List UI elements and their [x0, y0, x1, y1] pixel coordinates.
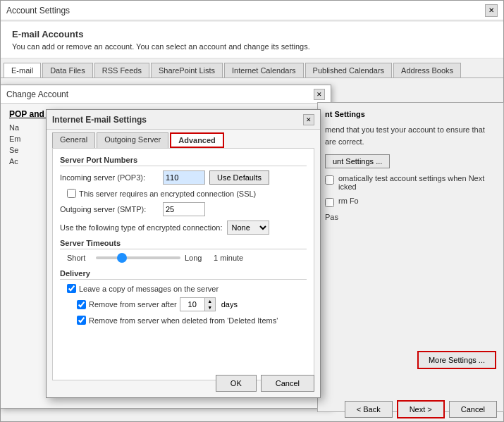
outgoing-server-row: Outgoing server (SMTP):	[60, 202, 307, 216]
rp-text2: are correct.	[325, 137, 364, 146]
email-label: Em	[9, 135, 30, 143]
right-panel: nt Settings mend that you test your acco…	[317, 102, 504, 412]
tab-rss-feeds[interactable]: RSS Feeds	[94, 63, 149, 77]
bottom-navigation: < Back Next > Cancel	[345, 400, 497, 418]
days-spinner: ▲ ▼	[180, 297, 216, 311]
dialog-content: Server Port Numbers Incoming server (POP…	[52, 148, 314, 380]
tab-data-files[interactable]: Data Files	[42, 63, 93, 77]
account-label: Ac	[9, 157, 30, 166]
remove-after-checkbox[interactable]	[77, 300, 86, 309]
tab-published-calendars[interactable]: Published Calendars	[305, 63, 393, 77]
right-panel-title: nt Settings	[325, 110, 496, 118]
encryption-select[interactable]: None SSL TLS Auto	[227, 221, 269, 235]
ssl-label: This server requires an encrypted connec…	[79, 190, 256, 198]
email-accounts-section: E-mail Accounts You can add or remove an…	[1, 22, 503, 58]
rp-text1: mend that you test your account to ensur…	[325, 125, 485, 134]
email-settings-dialog: Internet E-mail Settings ✕ General Outgo…	[46, 109, 321, 398]
name-label: Na	[9, 123, 30, 132]
tab-outgoing-server[interactable]: Outgoing Server	[97, 132, 168, 148]
incoming-server-label: Incoming server (POP3):	[60, 173, 159, 182]
account-settings-item: unt Settings ...	[325, 154, 496, 168]
auto-test-label: omatically test account settings when Ne…	[338, 174, 484, 191]
ssl-checkbox-row: This server requires an encrypted connec…	[60, 189, 307, 198]
dialog-buttons: OK Cancel	[216, 375, 314, 392]
auto-test-item: omatically test account settings when Ne…	[325, 174, 496, 191]
remove-after-label: Remove from server after	[89, 300, 177, 309]
delivery-section: Delivery Leave a copy of messages on the…	[60, 269, 307, 325]
ok-button[interactable]: OK	[216, 375, 257, 392]
dialog-titlebar: Internet E-mail Settings ✕	[47, 110, 320, 130]
outgoing-server-input[interactable]	[163, 202, 205, 216]
encryption-row: Use the following type of encrypted conn…	[60, 221, 307, 235]
remove-deleted-label: Remove from server when deleted from 'De…	[89, 316, 278, 325]
change-account-title: Change Account	[6, 89, 68, 99]
leave-on-server-row: Leave a copy of messages on the server	[60, 284, 307, 293]
server-timeouts-header: Server Timeouts	[60, 239, 307, 249]
slider-track[interactable]	[96, 256, 180, 259]
server-port-header: Server Port Numbers	[60, 156, 307, 166]
leave-on-server-label: Leave a copy of messages on the server	[79, 285, 219, 293]
account-settings-titlebar: Account Settings ✕	[1, 1, 503, 20]
dialog-title: Internet E-mail Settings	[52, 115, 147, 125]
encryption-label: Use the following type of encrypted conn…	[60, 223, 223, 232]
more-settings-button[interactable]: More Settings ...	[417, 351, 496, 369]
password-item: Pas	[325, 213, 496, 221]
next-button[interactable]: Next >	[397, 400, 445, 418]
email-accounts-desc: You can add or remove an account. You ca…	[12, 42, 492, 51]
tab-sharepoint[interactable]: SharePoint Lists	[151, 63, 223, 77]
incoming-server-row: Incoming server (POP3): Use Defaults	[60, 170, 307, 185]
spinner-down[interactable]: ▼	[205, 304, 215, 311]
days-label: days	[221, 300, 238, 309]
use-defaults-button[interactable]: Use Defaults	[209, 170, 269, 185]
short-label: Short	[67, 254, 92, 262]
tab-address-books[interactable]: Address Books	[393, 63, 461, 77]
remove-deleted-row: Remove from server when deleted from 'De…	[60, 316, 307, 325]
tab-internet-calendars[interactable]: Internet Calendars	[224, 63, 304, 77]
remove-deleted-checkbox[interactable]	[77, 316, 86, 325]
days-input[interactable]	[180, 297, 205, 311]
outgoing-server-label: Outgoing server (SMTP):	[60, 205, 159, 213]
dialog-tabs: General Outgoing Server Advanced	[47, 130, 320, 148]
spinner-arrows: ▲ ▼	[205, 297, 216, 311]
password-label: Pas	[325, 213, 338, 221]
leave-on-server-checkbox[interactable]	[67, 284, 76, 293]
right-panel-text1: mend that you test your account to ensur…	[325, 124, 496, 147]
remove-after-row: Remove from server after ▲ ▼ days	[60, 297, 307, 311]
slider-thumb[interactable]	[117, 253, 127, 263]
ssl-checkbox[interactable]	[67, 189, 76, 198]
form-item: rm Fo	[325, 197, 496, 207]
slider-row: Short Long 1 minute	[60, 254, 307, 262]
tab-advanced[interactable]: Advanced	[170, 132, 224, 148]
server-timeouts-section: Server Timeouts Short Long 1 minute	[60, 239, 307, 262]
delivery-header: Delivery	[60, 269, 307, 280]
tabs-bar: E-mail Data Files RSS Feeds SharePoint L…	[1, 60, 503, 78]
form-checkbox[interactable]	[325, 198, 334, 207]
tab-general[interactable]: General	[52, 132, 95, 148]
dialog-cancel-button[interactable]: Cancel	[261, 375, 314, 392]
tab-email[interactable]: E-mail	[4, 63, 41, 77]
back-button[interactable]: < Back	[345, 401, 393, 418]
cancel-button[interactable]: Cancel	[449, 401, 497, 418]
dialog-close-btn[interactable]: ✕	[303, 114, 314, 125]
form-label: rm Fo	[338, 197, 359, 205]
slider-value: 1 minute	[214, 254, 243, 262]
long-label: Long	[185, 254, 209, 262]
account-settings-close[interactable]: ✕	[485, 4, 498, 17]
server-label: Se	[9, 146, 30, 154]
account-settings-btn[interactable]: unt Settings ...	[325, 154, 390, 168]
change-account-close[interactable]: ✕	[314, 89, 325, 100]
incoming-server-input[interactable]	[163, 170, 205, 185]
change-account-titlebar: Change Account ✕	[1, 85, 331, 104]
account-settings-title: Account Settings	[6, 6, 70, 15]
email-accounts-title: E-mail Accounts	[12, 29, 492, 39]
spinner-up[interactable]: ▲	[205, 298, 215, 304]
auto-test-checkbox[interactable]	[325, 175, 334, 185]
